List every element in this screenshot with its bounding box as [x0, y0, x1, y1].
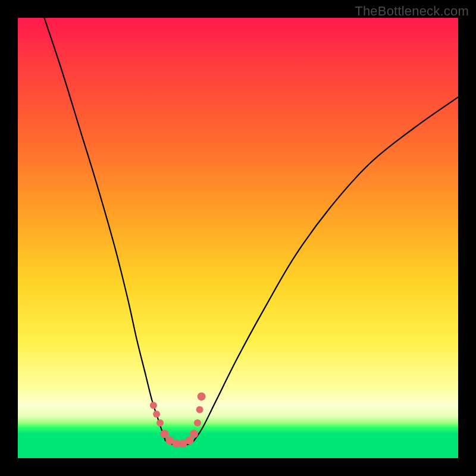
highlight-dot	[194, 419, 201, 427]
plot-area	[18, 18, 458, 458]
highlight-dot	[156, 419, 164, 427]
highlight-dot	[190, 430, 198, 438]
series-right-branch	[194, 97, 458, 440]
chart-frame: TheBottleneck.com	[0, 0, 476, 476]
highlight-dot	[160, 430, 168, 438]
watermark-text: TheBottleneck.com	[355, 4, 469, 19]
curve-layer	[18, 18, 458, 458]
highlight-dot	[153, 411, 160, 418]
series-left-branch	[44, 18, 165, 440]
highlight-dot	[198, 392, 206, 400]
highlight-dot	[150, 402, 157, 409]
highlight-dot	[196, 406, 203, 414]
